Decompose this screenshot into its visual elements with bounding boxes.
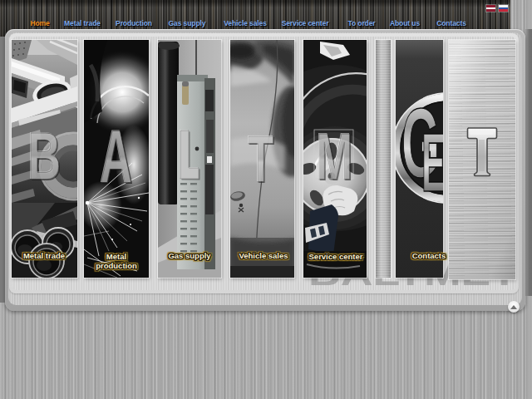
svg-text:B: B [28,118,62,194]
svg-text:T: T [249,122,274,196]
svg-text:M: M [317,120,353,194]
svg-text:E: E [421,116,443,209]
svg-text:A: A [101,116,133,199]
